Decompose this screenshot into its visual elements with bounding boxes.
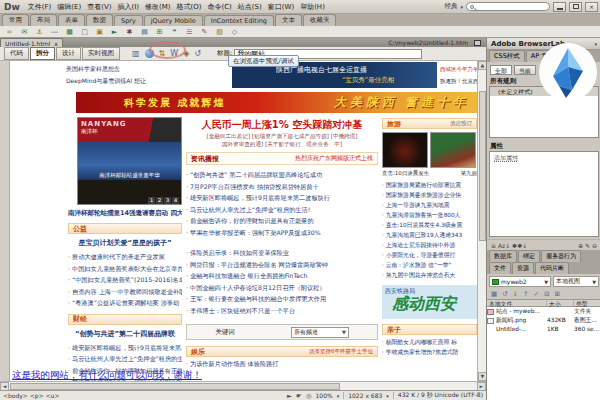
news-link[interactable]: 杨阳酷女儿内嘟嘟正面照 标 xyxy=(382,337,477,347)
view-button[interactable]: 设计 xyxy=(56,47,81,60)
section-title[interactable]: 旅游 xyxy=(387,119,401,129)
insert-tab[interactable]: 文本 xyxy=(275,14,302,26)
news-link[interactable]: 马云让杭州人率先过上“免押金”租房的生活! xyxy=(186,204,378,216)
panel-tab[interactable]: 服务器行为 xyxy=(541,250,581,262)
restore-button[interactable] xyxy=(569,2,582,12)
left-headline-link[interactable]: 南洋杯邮轮站擂皇14强邀请赛启动 四大高手 xyxy=(68,209,182,218)
sub-link[interactable]: 国外资审查的通] [关于影子银行、境外业务、中] xyxy=(186,140,378,148)
page-canvas[interactable]: 美国科学家科恩想念DeepMind与暴雪训练AI 想让 陕西广播电视台七届全运直… xyxy=(10,61,477,381)
news-link[interactable]: 李伟博士：区块链绝对不只是一个平台 xyxy=(186,305,378,317)
section-right-link[interactable]: 汤某坚持6年终获学士学位 xyxy=(309,348,373,355)
expand-icon[interactable]: ⊞ xyxy=(554,290,559,298)
insert-icon[interactable]: ― xyxy=(49,27,60,37)
menu-item[interactable]: 文件(F) xyxy=(25,2,55,12)
menu-item[interactable]: 查看(V) xyxy=(84,2,114,12)
insert-icon[interactable]: ▧ xyxy=(214,27,225,37)
document-tab[interactable]: Untitled-1.html x xyxy=(0,38,63,47)
ticker-link[interactable]: DeepMind与暴雪训练AI 想让 xyxy=(66,75,234,87)
restore-doc-icon[interactable] xyxy=(474,40,481,46)
column-header[interactable]: 大小 xyxy=(547,300,574,306)
menu-item[interactable]: 窗口(W) xyxy=(265,2,297,12)
insert-icon[interactable]: ✉ xyxy=(19,27,30,37)
file-management-icon[interactable]: ⇅ xyxy=(159,49,166,58)
news-link[interactable]: 苹果在华被举报垄断：强制下架APP及提成30% xyxy=(186,227,378,239)
menu-item[interactable]: 命令(C) xyxy=(204,2,234,12)
pager-dot[interactable]: 2 xyxy=(156,197,163,204)
sort-icons[interactable]: ≡ Az↓ ✱✱↓ xyxy=(491,242,527,249)
insert-tab[interactable]: 收藏夹 xyxy=(303,14,337,26)
view-select[interactable]: 本地视图 ▼ xyxy=(553,276,599,287)
refresh-icon[interactable]: ↺ xyxy=(194,49,201,58)
section-right-link[interactable]: 酒店预订 xyxy=(450,120,472,127)
channel-select[interactable]: 所有频道 ▼ xyxy=(291,327,349,338)
section-lead-link[interactable]: 星宝贝计划关爱“星星的孩子” xyxy=(68,238,182,248)
section-title[interactable]: 娱乐 xyxy=(191,347,205,357)
w3c-validation-icon[interactable]: W xyxy=(170,49,178,58)
put-files-icon[interactable]: ↑ xyxy=(523,290,528,298)
all-button[interactable]: 全部 xyxy=(490,65,512,75)
news-link[interactable]: 保险员启示录：科技如何变革保险业 xyxy=(186,247,378,259)
section-lead-link[interactable]: “创势与共进”第二十四届品牌联 xyxy=(68,329,182,339)
broadcast-marquee[interactable]: 热烈庆祝广东网频版正式上线 xyxy=(295,154,373,163)
section-title[interactable]: 亲子 xyxy=(387,325,401,335)
insert-tab[interactable]: InContext Editing xyxy=(204,15,274,26)
insert-tab[interactable]: jQuery Mobile xyxy=(144,15,203,26)
menu-item[interactable]: 格式(O) xyxy=(174,2,205,12)
current-button[interactable]: 当前 xyxy=(514,65,536,75)
column-header[interactable]: 类型 xyxy=(574,300,600,306)
search-input[interactable] xyxy=(466,2,550,11)
panel-tab[interactable]: 资源 xyxy=(512,262,534,274)
add-property-link[interactable]: 添加属性 xyxy=(490,152,598,163)
panel-tab[interactable]: 数据库 xyxy=(489,250,517,262)
caption-link[interactable]: 第九届 xyxy=(461,170,478,177)
select-tool-icon[interactable]: ► xyxy=(287,392,292,400)
scrollbar-thumb[interactable] xyxy=(10,383,340,390)
section-title[interactable]: 公益 xyxy=(73,224,87,234)
carousel-image[interactable]: NANYANG 南洋杯 南洋杯邮轮站盛世嘉年华 1234 xyxy=(77,117,182,205)
workspace-switcher[interactable]: 经典 xyxy=(444,2,457,11)
news-link[interactable]: 国家旅游局要求旅游涉企业快 xyxy=(382,190,477,200)
panel-tab[interactable]: 绑定 xyxy=(518,250,540,262)
column-header[interactable]: 本地文件 xyxy=(487,300,547,306)
news-link[interactable]: 前金融告诉你，好的理财知识是具有正能量的 xyxy=(186,215,378,227)
insert-icon[interactable]: ▦ xyxy=(64,27,75,37)
panel-tab[interactable]: CSS样式 xyxy=(489,50,525,62)
file-row[interactable]: 新闻码.png 432KB 看图王... xyxy=(487,316,600,325)
pager-dot[interactable]: 1 xyxy=(148,197,155,204)
news-link[interactable]: 雄安新区即将崛起，预计9月底将迎来第二波板块行 xyxy=(186,192,378,204)
menu-item[interactable]: 编辑(E) xyxy=(54,2,84,12)
news-link[interactable]: 九寨沟滞留旅客第一批800人 xyxy=(382,210,477,220)
news-link[interactable]: 马云让杭州人率先过上“免押金”租房的生活 xyxy=(68,353,182,365)
news-link[interactable]: 第九届中国花卉博览会石大 xyxy=(382,270,477,280)
close-button[interactable]: × xyxy=(585,2,598,12)
sub-link[interactable]: [金融民工出差记] [铝瑞资产旗下超七成产品亏损] [中俄跨境] xyxy=(186,132,378,140)
menu-item[interactable]: 修改(M) xyxy=(142,2,174,12)
typed-body-text[interactable]: 这是我的网站，有什么问题可以问我，谢谢！ xyxy=(12,369,202,381)
insert-icon[interactable]: ☰ xyxy=(184,27,195,37)
insert-icon[interactable]: ▢ xyxy=(79,27,90,37)
scrollbar-thumb[interactable] xyxy=(479,91,486,241)
news-link[interactable]: 直击:10日凌晨发生4.3级余震 xyxy=(382,220,477,230)
news-link[interactable]: 中国妇女儿童慈善奖表彰大会在北京举办 xyxy=(68,263,182,275)
view-button[interactable]: 代码 xyxy=(4,47,29,60)
insert-icon[interactable]: ∞ xyxy=(4,27,15,37)
insert-tab[interactable]: 表单 xyxy=(58,14,85,26)
section-title[interactable]: 财经 xyxy=(73,314,87,324)
insert-icon[interactable]: ▤ xyxy=(139,27,150,37)
news-link[interactable]: 国家旅游局紧急行动部署抗震 xyxy=(382,180,477,190)
news-link[interactable]: 上海迪士尼乐园接待中外游 xyxy=(382,240,477,250)
ticker-link[interactable]: 西城区今年力争启动15万平方 xyxy=(440,63,477,75)
thumbnail-image[interactable] xyxy=(430,132,476,168)
preview-in-browser-icon[interactable] xyxy=(145,49,154,58)
view-button[interactable]: 实时视图 xyxy=(82,47,120,60)
news-link[interactable]: 上海一导游谈九寨沟地震 xyxy=(382,200,477,210)
zoom-tool-icon[interactable]: ◎ xyxy=(306,392,312,400)
zoom-level[interactable]: 100% xyxy=(316,392,333,399)
news-link[interactable]: 推动大健康时代下的养老产业发展 xyxy=(68,251,182,263)
document-tab-close-icon[interactable]: x xyxy=(54,40,58,47)
news-link[interactable]: 为该作新片动作场面 体验险路打 xyxy=(186,360,378,369)
file-row[interactable]: 站点 - myweb... 文件夹 xyxy=(487,307,600,316)
menu-item[interactable]: 插入(I) xyxy=(114,2,142,12)
news-link[interactable]: “中国妇女儿童慈善奖”(2015-2016)名单 xyxy=(68,274,182,286)
connect-icon[interactable]: ▦ xyxy=(491,290,497,298)
